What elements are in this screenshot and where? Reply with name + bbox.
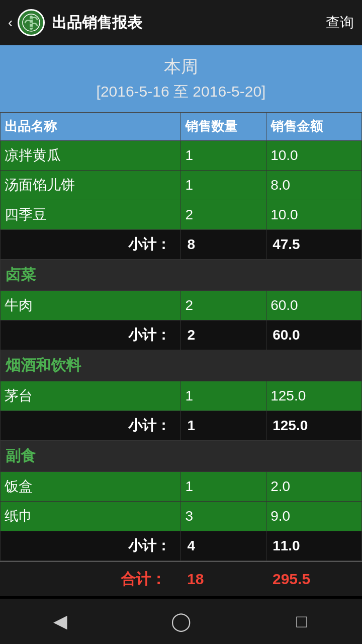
item-name: 饭盒 xyxy=(1,472,181,502)
back-button[interactable]: ‹ xyxy=(8,15,13,31)
table-row: 饭盒12.0 xyxy=(1,472,362,502)
subtotal-label: 小计： xyxy=(1,320,181,350)
svg-rect-4 xyxy=(30,27,33,28)
report-table: 出品名称 销售数量 销售金额 凉拌黄瓜110.0汤面馅儿饼18.0四季豆210.… xyxy=(0,112,362,561)
subtotal-qty: 2 xyxy=(181,320,266,350)
item-amount: 2.0 xyxy=(266,472,362,502)
week-label: 本周 xyxy=(5,55,357,78)
table-row: 汤面馅儿饼18.0 xyxy=(1,171,362,200)
col-name-header: 出品名称 xyxy=(1,113,181,141)
topbar: ‹ 出品销售报表 查询 xyxy=(0,0,362,45)
item-qty: 1 xyxy=(181,472,266,502)
category-label: 副食 xyxy=(1,441,362,472)
home-nav-button[interactable]: ◯ xyxy=(161,606,201,636)
item-qty: 3 xyxy=(181,502,266,531)
subtotal-qty: 1 xyxy=(181,411,266,441)
item-amount: 10.0 xyxy=(266,200,362,230)
subtotal-label: 小计： xyxy=(1,411,181,441)
subtotal-qty: 8 xyxy=(181,230,266,260)
table-row: 纸巾39.0 xyxy=(1,502,362,531)
subtotal-amount: 47.5 xyxy=(266,230,362,260)
total-amount: 295.5 xyxy=(266,571,362,588)
subtotal-amount: 125.0 xyxy=(266,411,362,441)
col-amount-header: 销售金额 xyxy=(266,113,362,141)
query-button[interactable]: 查询 xyxy=(326,13,354,32)
subtotal-row: 小计：411.0 xyxy=(1,531,362,561)
item-amount: 8.0 xyxy=(266,171,362,200)
item-qty: 1 xyxy=(181,381,266,411)
subtotal-label: 小计： xyxy=(1,531,181,561)
category-label: 烟酒和饮料 xyxy=(1,350,362,381)
bottom-nav: ◀ ◯ □ xyxy=(0,599,362,644)
category-label: 卤菜 xyxy=(1,260,362,291)
total-qty: 18 xyxy=(181,571,266,588)
item-amount: 125.0 xyxy=(266,381,362,411)
item-name: 茅台 xyxy=(1,381,181,411)
item-amount: 9.0 xyxy=(266,502,362,531)
table-row: 牛肉260.0 xyxy=(1,291,362,320)
total-label: 合计： xyxy=(0,569,181,590)
subtotal-amount: 60.0 xyxy=(266,320,362,350)
item-name: 凉拌黄瓜 xyxy=(1,141,181,171)
item-name: 纸巾 xyxy=(1,502,181,531)
subtotal-row: 小计：1125.0 xyxy=(1,411,362,441)
item-qty: 2 xyxy=(181,200,266,230)
subtotal-amount: 11.0 xyxy=(266,531,362,561)
table-header-row: 出品名称 销售数量 销售金额 xyxy=(1,113,362,141)
table-row: 凉拌黄瓜110.0 xyxy=(1,141,362,171)
item-qty: 2 xyxy=(181,291,266,320)
table-row: 茅台1125.0 xyxy=(1,381,362,411)
category-row: 副食 xyxy=(1,441,362,472)
back-nav-button[interactable]: ◀ xyxy=(40,606,80,636)
subtotal-label: 小计： xyxy=(1,230,181,260)
col-qty-header: 销售数量 xyxy=(181,113,266,141)
recents-nav-button[interactable]: □ xyxy=(282,606,322,636)
item-amount: 10.0 xyxy=(266,141,362,171)
app-icon xyxy=(18,9,45,36)
subtotal-row: 小计：847.5 xyxy=(1,230,362,260)
category-row: 卤菜 xyxy=(1,260,362,291)
item-qty: 1 xyxy=(181,171,266,200)
item-name: 汤面馅儿饼 xyxy=(1,171,181,200)
item-name: 牛肉 xyxy=(1,291,181,320)
page-title: 出品销售报表 xyxy=(52,13,326,33)
date-range: [2016-5-16 至 2016-5-20] xyxy=(5,82,357,102)
item-amount: 60.0 xyxy=(266,291,362,320)
subtotal-row: 小计：260.0 xyxy=(1,320,362,350)
report-header: 本周 [2016-5-16 至 2016-5-20] xyxy=(0,45,362,112)
category-row: 烟酒和饮料 xyxy=(1,350,362,381)
total-row: 合计： 18 295.5 xyxy=(0,561,362,596)
svg-rect-2 xyxy=(30,19,33,20)
item-name: 四季豆 xyxy=(1,200,181,230)
subtotal-qty: 4 xyxy=(181,531,266,561)
table-row: 四季豆210.0 xyxy=(1,200,362,230)
table-body: 凉拌黄瓜110.0汤面馅儿饼18.0四季豆210.0小计：847.5卤菜牛肉26… xyxy=(1,141,362,561)
item-qty: 1 xyxy=(181,141,266,171)
